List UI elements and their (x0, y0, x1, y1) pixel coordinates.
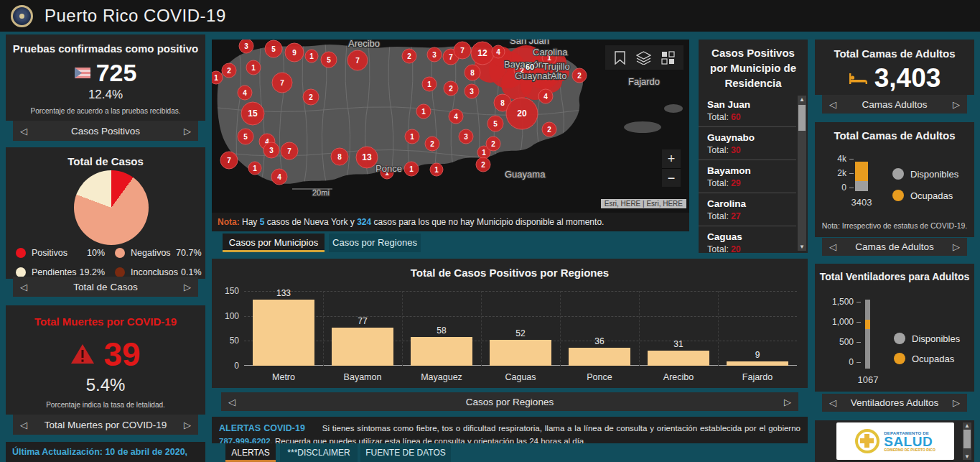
svg-text:5: 5 (243, 133, 248, 141)
regions-chart-title: Total de Casos Positivos por Regiones (212, 259, 808, 279)
pruebas-indicator: 725 (6, 59, 205, 87)
camas-chart-title: Total Camas de Adultos (815, 122, 974, 142)
prev-arrow-icon[interactable]: ◁ (20, 420, 27, 430)
svg-text:1: 1 (421, 108, 426, 116)
salud-cross-icon (855, 429, 879, 453)
alert-heading[interactable]: ALERTAS COVID-19 (219, 423, 305, 433)
map-container[interactable]: 3591572377124122117421232848205151454377… (212, 40, 689, 213)
pruebas-value: 725 (96, 59, 137, 87)
zoom-out-button[interactable]: − (662, 168, 681, 187)
nav-muertes[interactable]: ◁ Total Muertes por COVID-19 ▷ (13, 415, 198, 435)
map-zoom-controls[interactable]: + − (662, 149, 681, 187)
nav-casos-positivos[interactable]: ◁ Casos Positivos ▷ (13, 121, 198, 141)
muertes-value: 39 (103, 335, 140, 374)
prev-arrow-icon[interactable]: ◁ (228, 397, 235, 407)
vent-title: Total Ventiladores para Adultos (815, 264, 974, 282)
municipios-scrollbar[interactable]: ▲ ▼ (798, 96, 806, 251)
legend-disponibles: Disponibles (894, 333, 960, 344)
city-label: Arecibo (348, 40, 380, 49)
svg-text:3: 3 (464, 133, 468, 141)
nav-camas-de-adultos[interactable]: ◁ Camas de Adultos ▷ (822, 238, 967, 256)
next-arrow-icon[interactable]: ▷ (184, 420, 191, 430)
list-item: BayamonTotal:29 (699, 160, 796, 193)
camas-total-title: Total Camas de Adultos (815, 40, 974, 60)
svg-text:2: 2 (430, 140, 434, 148)
total-casos-pie-chart (74, 170, 149, 245)
next-arrow-icon[interactable]: ▷ (953, 397, 960, 408)
pruebas-caption: Porcentaje de acuerdo a las pruebas reci… (6, 107, 205, 115)
legend-item: Positivos10% (16, 248, 105, 258)
last-updated-bar: Última Actualización: 10 de abril de 202… (6, 442, 205, 462)
scrollbar-thumb[interactable] (798, 105, 806, 131)
salud-scrollbar[interactable]: ▲ ▼ (963, 422, 971, 460)
tab-fuente-de-datos[interactable]: FUENTE DE DATOS (360, 443, 451, 462)
svg-text:5: 5 (327, 56, 331, 64)
bottom-tab-bar: ALERTAS ***DISCLAIMER FUENTE DE DATOS (212, 443, 808, 462)
map-attribution[interactable]: Esri, HERE | Esri, HERE (601, 199, 686, 208)
nav-casos-por-regiones[interactable]: ◁ Casos por Regiones ▷ (221, 392, 798, 411)
pie-legend: Positivos10%Negativos70.7%Pendientes19.2… (16, 248, 197, 277)
bookmark-icon[interactable] (614, 51, 626, 65)
prev-arrow-icon[interactable]: ◁ (829, 99, 836, 110)
legend-item: Inconclusos0.1% (115, 267, 202, 277)
svg-text:9: 9 (292, 49, 297, 57)
prev-arrow-icon[interactable]: ◁ (20, 126, 27, 137)
svg-text:1: 1 (309, 52, 314, 60)
camas-axis: 4k2k0 (818, 154, 846, 191)
tab-alertas[interactable]: ALERTAS (225, 443, 276, 462)
svg-text:3: 3 (269, 147, 274, 154)
city-label: Carolina (533, 47, 568, 57)
svg-text:4: 4 (277, 173, 281, 181)
list-item: CarolinaTotal:27 (699, 193, 796, 226)
basemap-grid-icon[interactable] (661, 51, 675, 65)
page-title: Puerto Rico COVID-19 (45, 6, 226, 26)
nav-ventiladores-adultos[interactable]: ◁ Ventiladores Adultos ▷ (822, 394, 967, 412)
tab-casos-por-regiones[interactable]: Casos por Regiones (329, 234, 421, 252)
svg-text:1: 1 (434, 166, 439, 174)
legend-disponibles: Disponibles (892, 168, 958, 180)
next-arrow-icon[interactable]: ▷ (953, 241, 960, 252)
list-item: San JuanTotal:60 (699, 94, 796, 127)
vent-stacked-bar (865, 300, 870, 369)
camas-note: Nota: Irrespectivo de estatus de COVID-1… (815, 221, 974, 230)
prev-arrow-icon[interactable]: ◁ (829, 397, 836, 408)
next-arrow-icon[interactable]: ▷ (953, 99, 960, 110)
nav-camas-adultos[interactable]: ◁ Camas Adultos ▷ (822, 95, 967, 114)
next-arrow-icon[interactable]: ▷ (184, 282, 191, 292)
svg-text:1: 1 (251, 64, 256, 72)
svg-text:8: 8 (337, 153, 342, 161)
scroll-up-icon[interactable]: ▲ (798, 96, 806, 103)
svg-text:2: 2 (227, 67, 231, 75)
vent-bar-label: 1067 (848, 374, 888, 385)
gray-dot-icon (894, 333, 905, 344)
tab-disclaimer[interactable]: ***DISCLAIMER (280, 443, 358, 462)
city-label: Fajardo (628, 76, 660, 87)
legend-ocupadas: Ocupadas (892, 190, 953, 201)
casos-title: Total de Casos (6, 147, 205, 167)
municipios-list[interactable]: San JuanTotal:60GuaynaboTotal:30BayamonT… (699, 94, 796, 253)
nav-total-casos[interactable]: ◁ Total de Casos ▷ (13, 277, 198, 297)
prev-arrow-icon[interactable]: ◁ (20, 282, 27, 292)
next-arrow-icon[interactable]: ▷ (184, 126, 191, 137)
next-arrow-icon[interactable]: ▷ (784, 397, 791, 407)
scroll-down-icon[interactable]: ▼ (798, 244, 806, 250)
camas-bar-label: 3403 (841, 197, 882, 208)
scrollbar-thumb[interactable] (963, 430, 971, 448)
map-toolbar[interactable] (605, 45, 683, 70)
map-note: Nota: Hay 5 casos de Nueva York y 324 ca… (212, 213, 689, 231)
svg-text:7: 7 (280, 79, 284, 87)
scroll-down-icon[interactable]: ▼ (963, 453, 971, 460)
prev-arrow-icon[interactable]: ◁ (829, 241, 836, 252)
tab-casos-por-municipios[interactable]: Casos por Municipios (223, 234, 325, 252)
svg-text:7: 7 (460, 47, 465, 55)
camas-stacked-bar (855, 157, 868, 191)
svg-text:4: 4 (454, 113, 458, 121)
scroll-up-icon[interactable]: ▲ (963, 422, 971, 429)
island-culebra (664, 104, 683, 113)
svg-text:5: 5 (493, 120, 498, 128)
zoom-in-button[interactable]: + (662, 149, 681, 168)
svg-text:2: 2 (407, 52, 411, 60)
dashboard-root: Puerto Rico COVID-19 Pruebas confirmadas… (0, 0, 980, 462)
layers-icon[interactable] (636, 51, 651, 65)
svg-text:2: 2 (491, 140, 495, 148)
